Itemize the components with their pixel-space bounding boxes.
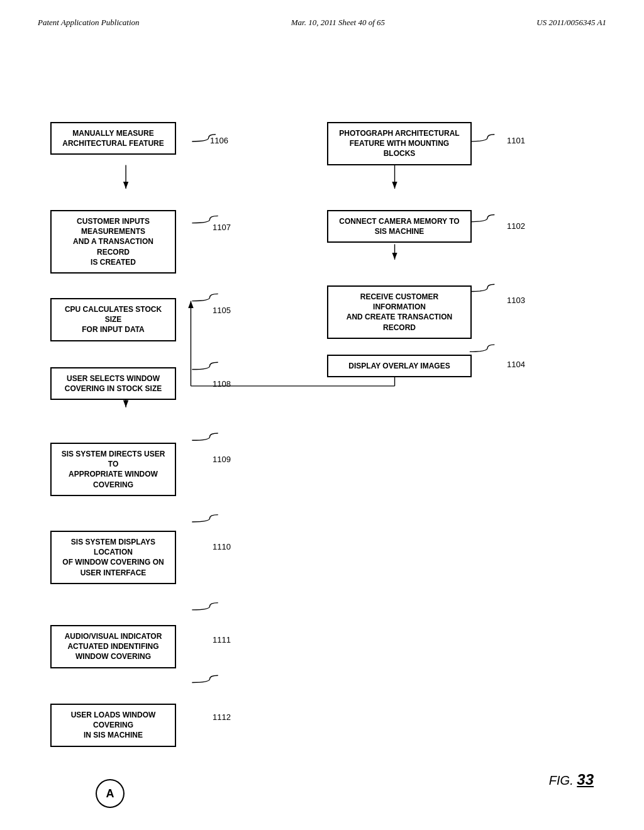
- header-middle: Mar. 10, 2011 Sheet 40 of 65: [291, 18, 385, 28]
- label-1109: 1109: [213, 455, 231, 464]
- box-1106: MANUALLY MEASUREARCHITECTURAL FEATURE: [50, 122, 176, 155]
- label-1103: 1103: [507, 296, 525, 305]
- terminal-a-label: A: [106, 787, 114, 800]
- box-1102: CONNECT CAMERA MEMORY TOSIS MACHINE: [327, 210, 472, 243]
- label-1105: 1105: [213, 306, 231, 315]
- label-1107: 1107: [213, 223, 231, 232]
- label-1108: 1108: [213, 379, 231, 389]
- box-1104: DISPLAY OVERLAY IMAGES: [327, 355, 472, 377]
- box-1107: CUSTOMER INPUTS MEASUREMENTSAND A TRANSA…: [50, 210, 176, 274]
- header-left: Patent Application Publication: [38, 18, 140, 28]
- label-1102: 1102: [507, 221, 525, 231]
- box-1110: SIS SYSTEM DISPLAYS LOCATIONOF WINDOW CO…: [50, 531, 176, 584]
- label-1101: 1101: [507, 136, 525, 145]
- box-1105: CPU CALCULATES STOCK SIZEFOR INPUT DATA: [50, 298, 176, 341]
- figure-label: FIG. 33: [549, 771, 594, 788]
- box-1108: USER SELECTS WINDOWCOVERING IN STOCK SIZ…: [50, 367, 176, 400]
- box-1111: AUDIO/VISUAL INDICATORACTUATED INDENTIFI…: [50, 625, 176, 668]
- box-1101: PHOTOGRAPH ARCHITECTURALFEATURE WITH MOU…: [327, 122, 472, 165]
- terminal-a: A: [96, 779, 125, 808]
- box-1112: USER LOADS WINDOW COVERINGIN SIS MACHINE: [50, 704, 176, 747]
- box-1103: RECEIVE CUSTOMER INFORMATIONAND CREATE T…: [327, 285, 472, 339]
- fig-prefix: FIG.: [549, 773, 574, 787]
- label-1110: 1110: [213, 542, 231, 551]
- label-1104: 1104: [507, 360, 525, 369]
- header-right: US 2011/0056345 A1: [536, 18, 606, 28]
- fig-number: 33: [577, 771, 594, 788]
- box-1109: SIS SYSTEM DIRECTS USER TOAPPROPRIATE WI…: [50, 443, 176, 496]
- label-1111: 1111: [213, 635, 231, 645]
- label-1112: 1112: [213, 712, 231, 722]
- label-1106: 1106: [210, 136, 228, 145]
